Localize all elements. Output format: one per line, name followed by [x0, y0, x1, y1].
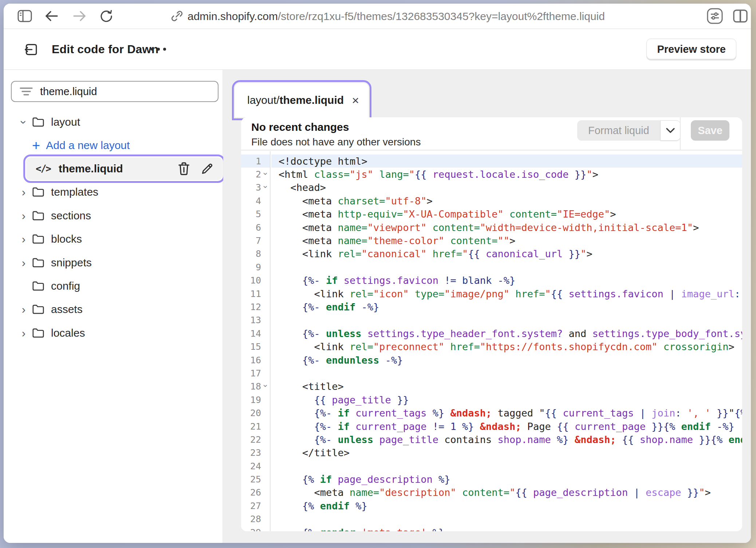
code-line-22[interactable]: {%- unless page_title contains shop.name… — [271, 433, 742, 446]
folder-label: config — [51, 280, 80, 292]
folder-icon — [32, 187, 44, 197]
status-subtitle: File does not have any other versions — [251, 136, 421, 148]
code-line-26[interactable]: <meta name="description" content="{{ pag… — [271, 486, 742, 499]
chevron-right-icon[interactable]: › — [22, 257, 25, 269]
code-area[interactable]: <!doctype html><html class="js" lang="{{… — [271, 151, 742, 531]
code-line-13[interactable] — [271, 314, 742, 327]
file-sidebar: theme.liquid ›layout›templates›sections›… — [4, 70, 223, 543]
fold-toggle-icon[interactable]: › — [261, 381, 270, 390]
line-number-3: 3› — [241, 181, 270, 194]
line-number-17: 17 — [241, 367, 270, 380]
code-line-2[interactable]: <html class="js" lang="{{ request.locale… — [271, 168, 742, 181]
fold-toggle-icon[interactable]: › — [261, 183, 270, 191]
code-line-7[interactable]: <meta name="theme-color" content=""> — [271, 234, 742, 247]
browser-toolbar: admin.shopify.com/store/rzq1xu-f5/themes… — [4, 4, 751, 29]
format-liquid-dropdown[interactable] — [660, 120, 681, 141]
code-line-29[interactable]: {% render 'meta-tags' %} — [271, 526, 742, 531]
code-line-9[interactable] — [271, 261, 742, 274]
header-divider — [680, 117, 681, 150]
sidebar-file-theme-liquid[interactable]: </>theme.liquid — [26, 157, 222, 180]
folder-icon — [32, 281, 44, 291]
line-number-26: 26 — [241, 486, 270, 499]
file-search-input[interactable]: theme.liquid — [11, 81, 218, 102]
code-line-6[interactable]: <meta name="viewport" content="width=dev… — [271, 221, 742, 234]
code-line-12[interactable]: {%- endif -%} — [271, 300, 742, 313]
reload-icon[interactable] — [99, 9, 114, 23]
line-number-23: 23 — [241, 446, 270, 459]
code-line-3[interactable]: <head> — [271, 181, 742, 194]
folder-icon — [32, 117, 44, 128]
folder-label: assets — [51, 303, 83, 316]
search-value: theme.liquid — [40, 86, 97, 98]
sidebar-item-sections[interactable]: ›sections — [4, 204, 223, 227]
back-icon[interactable] — [44, 10, 59, 22]
sidebar-item-config[interactable]: config — [4, 274, 223, 298]
code-line-8[interactable]: <link rel="canonical" href="{{ canonical… — [271, 247, 742, 261]
add-new-layout-link[interactable]: +Add a new layout — [4, 134, 223, 157]
sidebar-item-assets[interactable]: ›assets — [4, 298, 223, 321]
line-number-4: 4 — [241, 194, 270, 207]
sidebar-toggle-icon[interactable] — [17, 10, 32, 22]
code-line-19[interactable]: {{ page_title }} — [271, 393, 742, 406]
code-line-20[interactable]: {%- if current_tags %} &ndash; tagged "{… — [271, 406, 742, 419]
sidebar-item-blocks[interactable]: ›blocks — [4, 227, 223, 251]
code-line-15[interactable]: <link rel="preconnect" href="https://fon… — [271, 340, 742, 353]
code-line-5[interactable]: <meta http-equiv="X-UA-Compatible" conte… — [271, 208, 742, 221]
split-view-icon[interactable] — [732, 8, 749, 24]
more-actions-button[interactable] — [151, 48, 166, 51]
tab-path-prefix: layout/ — [247, 94, 279, 106]
chevron-right-icon[interactable]: › — [22, 328, 25, 339]
code-line-17[interactable] — [271, 367, 742, 380]
fold-toggle-icon[interactable]: › — [261, 169, 270, 178]
chevron-right-icon[interactable]: › — [22, 210, 25, 222]
exit-icon — [24, 42, 39, 57]
folder-icon — [32, 210, 44, 221]
folder-label: locales — [51, 327, 85, 339]
code-line-27[interactable]: {% endif %} — [271, 499, 742, 512]
code-line-23[interactable]: </title> — [271, 446, 742, 459]
line-number-22: 22 — [241, 433, 270, 446]
exit-editor-button[interactable] — [21, 39, 42, 60]
code-line-1[interactable]: <!doctype html> — [271, 154, 742, 168]
plus-icon: + — [32, 138, 40, 152]
code-line-25[interactable]: {% if page_description %} — [271, 473, 742, 486]
sidebar-item-locales[interactable]: ›locales — [4, 321, 223, 345]
code-line-10[interactable]: {%- if settings.favicon != blank -%} — [271, 274, 742, 287]
tab-theme-liquid[interactable]: layout/theme.liquid × — [235, 83, 369, 117]
line-number-12: 12 — [241, 300, 270, 313]
code-line-24[interactable] — [271, 459, 742, 473]
code-line-18[interactable]: <title> — [271, 380, 742, 393]
line-number-16: 16 — [241, 353, 270, 367]
save-button[interactable]: Save — [691, 120, 729, 141]
code-editor[interactable]: 12›3›456789101112131415161718›1920212223… — [241, 151, 742, 531]
tab-close-icon[interactable]: × — [352, 94, 359, 106]
code-line-4[interactable]: <meta charset="utf-8"> — [271, 194, 742, 207]
chevron-right-icon[interactable]: › — [22, 187, 25, 198]
edit-pencil-icon[interactable] — [200, 161, 214, 176]
code-line-21[interactable]: {%- if current_page != 1 %} &ndash; Page… — [271, 420, 742, 433]
code-line-11[interactable]: <link rel="icon" type="image/png" href="… — [271, 287, 742, 300]
format-liquid-button[interactable]: Format liquid — [577, 120, 660, 141]
sidebar-item-layout[interactable]: ›layout — [4, 110, 223, 134]
code-line-28[interactable] — [271, 513, 742, 526]
chevron-right-icon[interactable]: › — [22, 234, 25, 245]
line-number-29: 29 — [241, 526, 270, 531]
sidebar-item-snippets[interactable]: ›snippets — [4, 251, 223, 274]
code-line-16[interactable]: {%- endunless -%} — [271, 353, 742, 367]
forward-icon[interactable] — [72, 10, 87, 22]
line-number-14: 14 — [241, 327, 270, 340]
line-number-gutter: 12›3›456789101112131415161718›1920212223… — [241, 151, 271, 531]
chevron-right-icon[interactable]: › — [22, 304, 25, 315]
page-title: Edit code for Dawn — [52, 43, 158, 56]
folder-label: sections — [51, 210, 91, 222]
code-line-14[interactable]: {%- unless settings.type_header_font.sys… — [271, 327, 742, 340]
url-path: /store/rzq1xu-f5/themes/132683530345?key… — [278, 10, 605, 23]
trash-icon[interactable] — [177, 161, 191, 176]
page-settings-icon[interactable] — [706, 7, 724, 25]
line-number-13: 13 — [241, 314, 270, 327]
line-number-10: 10 — [241, 274, 270, 287]
preview-store-button[interactable]: Preview store — [646, 39, 736, 60]
sidebar-item-templates[interactable]: ›templates — [4, 180, 223, 204]
chevron-down-icon[interactable]: › — [18, 120, 29, 124]
url-bar[interactable]: admin.shopify.com/store/rzq1xu-f5/themes… — [188, 4, 605, 29]
